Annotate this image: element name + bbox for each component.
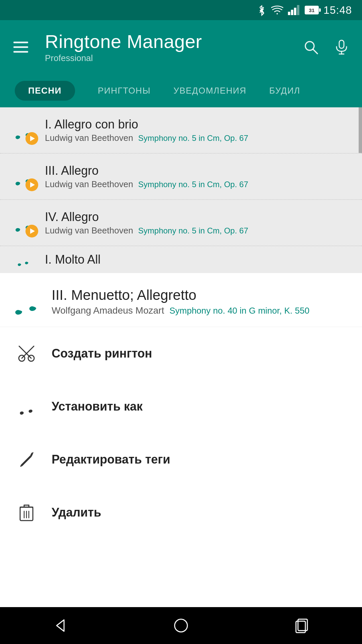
home-button[interactable]	[168, 612, 194, 639]
scrollbar[interactable]	[359, 107, 362, 153]
edit-tags-item[interactable]: Редактировать теги	[0, 433, 362, 486]
tab-ringtones[interactable]: РИНГТОНЫ	[86, 74, 162, 107]
svg-line-15	[22, 354, 26, 358]
svg-rect-4	[294, 8, 296, 15]
recents-button[interactable]	[288, 612, 315, 639]
svg-rect-5	[297, 5, 299, 15]
create-ringtone-label: Создать рингтон	[52, 346, 152, 361]
bluetooth-icon	[257, 4, 266, 16]
song-title-3: I. Molto All	[45, 253, 352, 267]
song-title-1: III. Allegro	[45, 164, 352, 178]
status-bar: 31 15:48	[0, 0, 362, 20]
toolbar: Ringtone Manager Professional	[0, 20, 362, 74]
song-icon-2	[10, 209, 37, 236]
wifi-icon	[271, 5, 283, 15]
song-info-3: I. Molto All	[45, 253, 352, 267]
svg-rect-8	[339, 40, 344, 48]
song-info-0: I. Allegro con brio Ludwig van Beethoven…	[45, 117, 352, 143]
svg-rect-3	[291, 10, 293, 15]
mic-icon[interactable]	[331, 37, 352, 57]
toolbar-actions	[300, 37, 352, 57]
tab-alarm-label: БУДИЛ	[269, 86, 300, 96]
song-artist-2: Ludwig van Beethoven Symphony no. 5 in C…	[45, 225, 352, 236]
tab-notifications[interactable]: УВЕДОМЛЕНИЯ	[162, 74, 258, 107]
delete-item[interactable]: Удалить	[0, 486, 362, 539]
context-song-info: III. Menuetto; Allegretto Wolfgang Amade…	[52, 287, 350, 316]
table-row[interactable]: I. Allegro con brio Ludwig van Beethoven…	[0, 107, 362, 154]
app-title: Ringtone Manager	[45, 31, 290, 52]
set-as-item[interactable]: Установить как	[0, 380, 362, 433]
app-subtitle: Professional	[45, 53, 290, 63]
play-badge-2[interactable]	[25, 225, 38, 237]
create-ringtone-item[interactable]: Создать рингтон	[0, 327, 362, 380]
tabs-bar: ПЕСНИ РИНГТОНЫ УВЕДОМЛЕНИЯ БУДИЛ	[0, 74, 362, 107]
song-list: I. Allegro con brio Ludwig van Beethoven…	[0, 107, 362, 273]
tab-songs[interactable]: ПЕСНИ	[3, 74, 86, 107]
pencil-icon	[15, 448, 38, 471]
edit-tags-label: Редактировать теги	[52, 452, 170, 467]
bottom-nav	[0, 607, 362, 644]
tab-notifications-label: УВЕДОМЛЕНИЯ	[173, 86, 246, 96]
svg-line-14	[19, 346, 26, 354]
menu-icon[interactable]	[10, 38, 32, 56]
svg-line-7	[313, 49, 317, 54]
song-icon-1	[10, 163, 37, 190]
svg-line-13	[26, 346, 34, 354]
song-artist-0: Ludwig van Beethoven Symphony no. 5 in C…	[45, 133, 352, 143]
svg-rect-2	[288, 12, 290, 15]
set-as-label: Установить как	[52, 399, 143, 414]
table-row[interactable]: IV. Allegro Ludwig van Beethoven Symphon…	[0, 200, 362, 246]
svg-marker-25	[57, 620, 64, 631]
svg-point-26	[175, 619, 187, 632]
song-icon-0	[10, 117, 37, 144]
song-title-2: IV. Allegro	[45, 210, 352, 224]
context-song-album: Symphony no. 40 in G minor, K. 550	[169, 306, 309, 316]
svg-line-16	[26, 354, 31, 358]
context-menu-header: III. Menuetto; Allegretto Wolfgang Amade…	[0, 273, 362, 327]
tab-ringtones-label: РИНГТОНЫ	[98, 86, 151, 96]
status-icons: 31 15:48	[257, 4, 352, 16]
tab-alarm[interactable]: БУДИЛ	[258, 74, 312, 107]
song-title-0: I. Allegro con brio	[45, 117, 352, 131]
song-artist-1: Ludwig van Beethoven Symphony no. 5 in C…	[45, 179, 352, 190]
status-time: 15:48	[323, 4, 352, 16]
delete-label: Удалить	[52, 505, 101, 520]
tab-songs-label: ПЕСНИ	[15, 81, 75, 101]
trash-icon	[15, 501, 38, 524]
song-icon-3	[10, 246, 37, 273]
play-badge-0[interactable]	[25, 132, 38, 145]
battery-icon: 31	[305, 6, 319, 14]
context-song-title: III. Menuetto; Allegretto	[52, 287, 350, 303]
context-menu: III. Menuetto; Allegretto Wolfgang Amade…	[0, 273, 362, 539]
context-song-artist: Wolfgang Amadeus Mozart Symphony no. 40 …	[52, 305, 350, 316]
song-info-2: IV. Allegro Ludwig van Beethoven Symphon…	[45, 210, 352, 236]
scissors-icon	[15, 342, 38, 365]
signal-icon	[288, 5, 300, 15]
music-note-small-icon	[15, 395, 38, 418]
context-song-icon	[12, 286, 42, 317]
play-badge-1[interactable]	[25, 178, 38, 191]
toolbar-title-area: Ringtone Manager Professional	[45, 31, 290, 63]
search-icon[interactable]	[300, 37, 321, 57]
table-row-partial: I. Molto All	[0, 246, 362, 273]
back-button[interactable]	[47, 612, 74, 639]
table-row[interactable]: III. Allegro Ludwig van Beethoven Sympho…	[0, 154, 362, 200]
song-info-1: III. Allegro Ludwig van Beethoven Sympho…	[45, 164, 352, 190]
